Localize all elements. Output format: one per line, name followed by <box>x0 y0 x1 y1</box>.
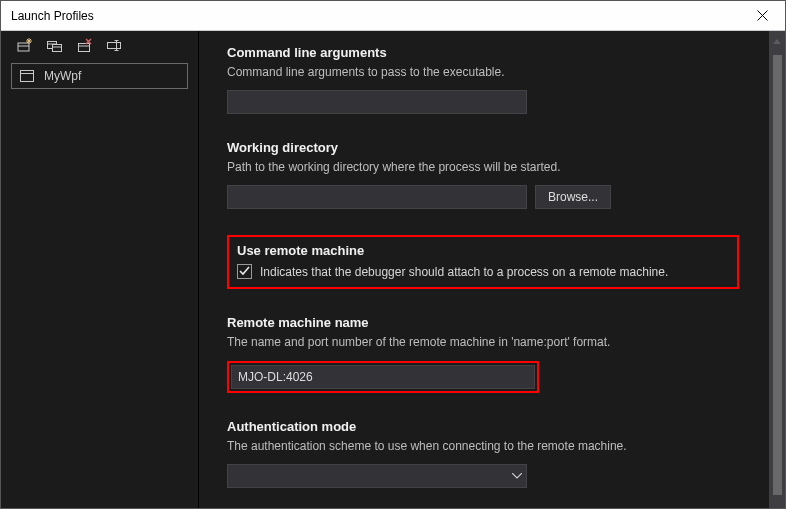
remote-name-desc: The name and port number of the remote m… <box>227 334 761 350</box>
vertical-scrollbar[interactable] <box>769 31 785 508</box>
rename-profile-button[interactable] <box>107 37 123 53</box>
scroll-up-button[interactable] <box>769 33 785 49</box>
auth-mode-section: Authentication mode The authentication s… <box>227 419 761 488</box>
auth-mode-title: Authentication mode <box>227 419 761 434</box>
new-profile-icon <box>17 38 33 52</box>
working-directory-section: Working directory Path to the working di… <box>227 140 761 209</box>
content-wrap: Command line arguments Command line argu… <box>199 31 785 508</box>
svg-rect-14 <box>108 43 121 49</box>
sidebar: MyWpf <box>1 31 199 508</box>
duplicate-profile-button[interactable] <box>47 37 63 53</box>
use-remote-checkbox[interactable] <box>237 264 252 279</box>
chevron-up-icon <box>773 39 781 44</box>
working-directory-input[interactable] <box>227 185 527 209</box>
svg-rect-18 <box>21 71 34 82</box>
close-icon <box>757 10 768 21</box>
remote-name-section: Remote machine name The name and port nu… <box>227 315 761 392</box>
check-icon <box>239 266 250 277</box>
settings-panel: Command line arguments Command line argu… <box>199 31 769 508</box>
use-remote-title: Use remote machine <box>237 243 729 258</box>
command-line-input[interactable] <box>227 90 527 114</box>
project-icon <box>20 70 34 82</box>
command-line-title: Command line arguments <box>227 45 761 60</box>
sidebar-toolbar <box>1 31 198 59</box>
titlebar: Launch Profiles <box>1 1 785 31</box>
auth-mode-desc: The authentication scheme to use when co… <box>227 438 761 454</box>
launch-profiles-window: Launch Profiles <box>0 0 786 509</box>
dialog-body: MyWpf Command line arguments Command lin… <box>1 31 785 508</box>
highlight-use-remote: Use remote machine Indicates that the de… <box>227 235 739 289</box>
command-line-section: Command line arguments Command line argu… <box>227 45 761 114</box>
use-remote-section: Use remote machine Indicates that the de… <box>227 235 761 289</box>
window-title: Launch Profiles <box>11 9 94 23</box>
svg-rect-10 <box>79 44 90 52</box>
chevron-down-icon <box>512 473 522 479</box>
profile-label: MyWpf <box>44 69 81 83</box>
highlight-remote-name <box>227 361 539 393</box>
use-remote-checkbox-label: Indicates that the debugger should attac… <box>260 265 668 279</box>
duplicate-profile-icon <box>47 38 63 52</box>
new-profile-button[interactable] <box>17 37 33 53</box>
svg-rect-8 <box>53 45 62 52</box>
working-directory-title: Working directory <box>227 140 761 155</box>
command-line-desc: Command line arguments to pass to the ex… <box>227 64 761 80</box>
delete-profile-button[interactable] <box>77 37 93 53</box>
remote-name-title: Remote machine name <box>227 315 761 330</box>
remote-name-input[interactable] <box>231 365 535 389</box>
working-directory-desc: Path to the working directory where the … <box>227 159 761 175</box>
delete-profile-icon <box>77 38 93 52</box>
close-button[interactable] <box>740 1 785 31</box>
rename-profile-icon <box>107 38 123 52</box>
profile-item-mywpf[interactable]: MyWpf <box>11 63 188 89</box>
scrollbar-thumb[interactable] <box>773 55 782 495</box>
browse-button[interactable]: Browse... <box>535 185 611 209</box>
auth-mode-select[interactable] <box>227 464 527 488</box>
svg-rect-0 <box>18 43 29 51</box>
